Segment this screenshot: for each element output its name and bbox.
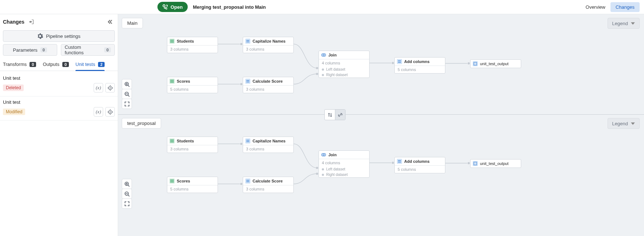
tab-outputs-label: Outputs — [43, 62, 59, 67]
node-students[interactable]: Students 3 columns — [167, 37, 218, 53]
join-icon — [321, 52, 326, 58]
legend-label: Legend — [612, 21, 628, 26]
table-icon — [169, 138, 175, 143]
svg-point-22 — [468, 62, 470, 64]
zoom-out-button[interactable] — [122, 89, 132, 99]
locate-button[interactable] — [105, 107, 115, 117]
pipeline-canvas[interactable]: Main Legend Students 3 columns Capitaliz… — [118, 14, 644, 236]
svg-rect-33 — [397, 159, 402, 164]
sidebar-title: Changes — [3, 19, 24, 25]
unit-test-name: Unit test — [3, 75, 20, 81]
node-title: Students — [177, 139, 194, 143]
tab-transforms-label: Transforms — [3, 62, 27, 67]
zoom-in-button[interactable] — [122, 179, 132, 189]
sync-vertical-button[interactable] — [325, 110, 335, 120]
transform-icon — [245, 178, 250, 184]
fx-icon: (x) — [96, 85, 101, 91]
node-sub: 3 columns — [243, 86, 293, 93]
node-capitalize[interactable]: Capitalize Names 3 columns — [243, 137, 294, 153]
node-sub: 5 columns — [395, 166, 445, 173]
node-title: Calculate Score — [253, 79, 283, 83]
svg-point-3 — [110, 111, 111, 113]
transform-icon — [397, 159, 402, 164]
node-add-columns[interactable]: Add columns 5 columns — [394, 157, 445, 173]
fx-button[interactable]: (x) — [94, 107, 103, 117]
tab-transforms-count: 0 — [30, 62, 36, 67]
tab-transforms[interactable]: Transforms 0 — [3, 59, 36, 71]
merge-description: Merging test_proposal into Main — [193, 4, 266, 10]
link-icon — [337, 112, 343, 118]
zoom-in-icon — [124, 181, 130, 187]
tab-unit-tests[interactable]: Unit tests 2 — [75, 59, 105, 71]
zoom-fit-button[interactable] — [122, 99, 132, 109]
svg-point-17 — [240, 43, 242, 45]
node-title: unit_test_output — [480, 161, 508, 166]
legend-button[interactable]: Legend — [608, 18, 640, 29]
legend-button[interactable]: Legend — [608, 118, 640, 129]
fx-icon: (x) — [96, 109, 101, 115]
unit-test-item[interactable]: Unit test Deleted (x) — [0, 72, 118, 97]
tab-changes[interactable]: Changes — [610, 2, 640, 12]
svg-point-39 — [316, 173, 318, 175]
node-scores[interactable]: Scores 5 columns — [167, 177, 218, 193]
table-icon — [169, 39, 175, 44]
node-sub: 3 columns — [167, 46, 218, 53]
node-join[interactable]: Join 4 columns Left dataset Right datase… — [319, 150, 370, 178]
svg-point-19 — [316, 67, 318, 69]
collapse-sidebar-icon[interactable] — [106, 18, 114, 26]
svg-point-20 — [316, 73, 318, 75]
transform-icon — [397, 59, 402, 64]
node-sub: 4 columns — [319, 159, 369, 166]
node-sub: 3 columns — [243, 46, 293, 53]
gear-icon — [37, 33, 43, 39]
fx-button[interactable]: (x) — [94, 83, 103, 93]
node-title: Capitalize Names — [253, 139, 285, 143]
node-scores[interactable]: Scores 5 columns — [167, 77, 218, 93]
node-output[interactable]: unit_test_output — [470, 159, 521, 168]
export-icon[interactable] — [27, 18, 35, 26]
custom-functions-button[interactable]: Custom functions 0 — [61, 44, 115, 56]
zoom-fit-button[interactable] — [122, 198, 132, 209]
svg-point-21 — [392, 62, 394, 64]
unit-test-item[interactable]: Unit test Modified (x) — [0, 97, 118, 121]
node-calculate-score[interactable]: Calculate Score 3 columns — [243, 77, 294, 93]
status-badge: Modified — [3, 109, 25, 115]
node-title: Capitalize Names — [253, 39, 285, 43]
node-sub: 5 columns — [167, 86, 218, 93]
node-sub: 3 columns — [243, 145, 293, 153]
svg-point-1 — [110, 87, 111, 88]
parameters-count: 0 — [40, 47, 47, 52]
locate-button[interactable] — [105, 83, 115, 93]
node-join[interactable]: Join 4 columns Left dataset Right datase… — [319, 51, 370, 78]
custom-functions-count: 0 — [104, 47, 111, 52]
parameters-button[interactable]: Parameters 0 — [3, 44, 57, 56]
join-icon — [321, 152, 326, 157]
unit-test-name: Unit test — [3, 99, 20, 105]
parameters-label: Parameters — [13, 47, 38, 53]
node-output[interactable]: unit_test_output — [470, 59, 521, 68]
tab-outputs[interactable]: Outputs 0 — [43, 59, 69, 71]
chevron-down-icon — [631, 122, 635, 126]
node-title: Students — [177, 39, 194, 43]
pipeline-settings-button[interactable]: Pipeline settings — [3, 30, 115, 42]
node-title: Scores — [177, 179, 190, 183]
zoom-in-button[interactable] — [122, 79, 132, 89]
chevron-down-icon — [631, 21, 635, 25]
svg-rect-9 — [245, 79, 250, 84]
node-title: Scores — [177, 79, 190, 83]
node-title: Join — [328, 153, 337, 157]
zoom-out-button[interactable] — [122, 189, 132, 199]
node-students[interactable]: Students 3 columns — [167, 137, 218, 153]
zoom-out-icon — [124, 91, 130, 97]
join-port-left: Left dataset — [326, 167, 345, 171]
sync-link-button[interactable] — [335, 110, 345, 120]
sync-vertical-icon — [327, 112, 333, 118]
svg-rect-14 — [397, 59, 402, 64]
legend-label: Legend — [612, 121, 628, 126]
tab-unit-tests-label: Unit tests — [75, 62, 95, 67]
node-capitalize[interactable]: Capitalize Names 3 columns — [243, 37, 294, 53]
zoom-in-icon — [124, 82, 130, 87]
tab-overview[interactable]: Overview — [581, 2, 610, 12]
node-calculate-score[interactable]: Calculate Score 3 columns — [243, 177, 294, 193]
node-add-columns[interactable]: Add columns 5 columns — [394, 57, 445, 74]
